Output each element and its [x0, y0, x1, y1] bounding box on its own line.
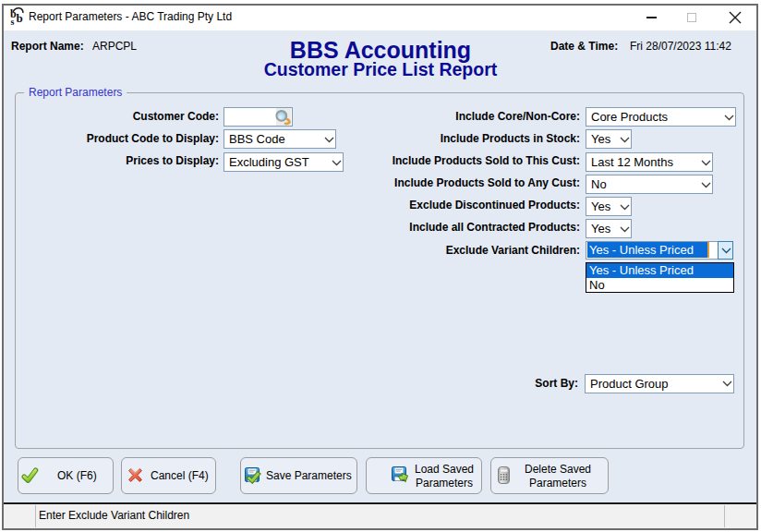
- svg-text:b: b: [17, 11, 23, 25]
- svg-text:s: s: [11, 17, 15, 26]
